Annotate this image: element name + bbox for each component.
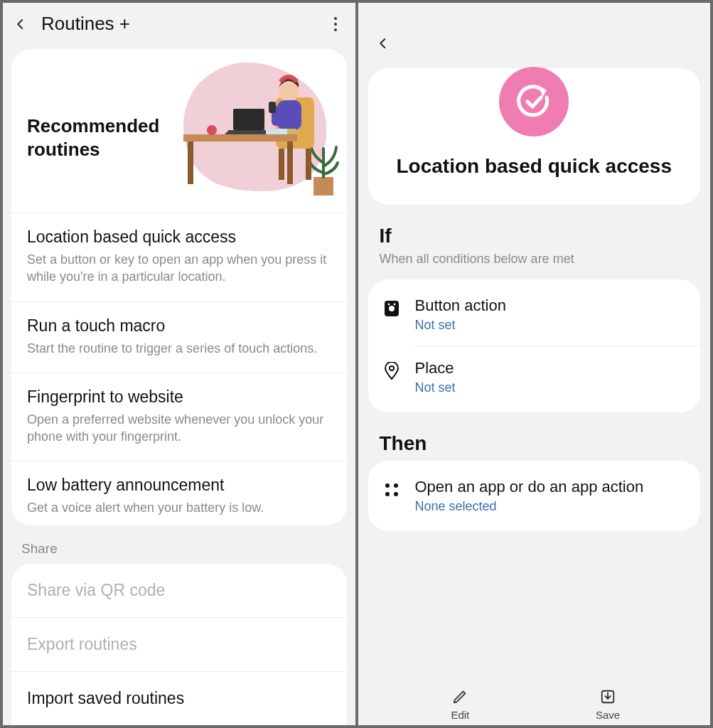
edit-label: Edit — [451, 709, 469, 721]
condition-place[interactable]: Place Not set — [414, 346, 701, 408]
condition-button-action[interactable]: Button action Not set — [368, 284, 701, 346]
then-label: Then — [358, 422, 711, 456]
svg-rect-9 — [183, 134, 297, 141]
share-via-qr[interactable]: Share via QR code — [11, 564, 347, 617]
svg-point-16 — [389, 306, 395, 311]
share-section-label: Share — [3, 531, 355, 564]
svg-rect-7 — [269, 102, 276, 113]
svg-point-17 — [387, 304, 390, 306]
condition-value: Not set — [415, 380, 685, 395]
svg-point-19 — [390, 366, 394, 370]
page-title: Routines + — [41, 13, 316, 35]
svg-point-20 — [385, 483, 390, 488]
routine-desc: Open a preferred website whenever you un… — [27, 411, 331, 446]
recommended-heading: Recommended routines — [27, 114, 169, 161]
routine-name: Low battery announcement — [27, 476, 331, 495]
routine-item-touch-macro[interactable]: Run a touch macro Start the routine to t… — [11, 301, 347, 373]
routine-detail-screen: Location based quick access If When all … — [358, 3, 711, 725]
svg-point-4 — [279, 82, 299, 102]
edit-button[interactable]: Edit — [424, 687, 495, 721]
save-button[interactable]: Save — [572, 687, 643, 721]
pencil-icon — [451, 687, 469, 706]
import-saved-routines[interactable]: Import saved routines — [11, 671, 347, 725]
detail-header — [358, 3, 711, 58]
if-subtitle: When all conditions below are met — [358, 249, 711, 275]
refresh-check-icon — [514, 82, 554, 122]
more-options-button[interactable] — [327, 16, 344, 33]
chevron-left-icon — [377, 37, 390, 50]
save-label: Save — [596, 709, 620, 721]
svg-point-21 — [394, 483, 398, 488]
svg-rect-10 — [188, 141, 193, 184]
actions-card: Open an app or do an app action None sel… — [368, 461, 701, 531]
condition-title: Button action — [415, 296, 685, 315]
routine-item-low-battery[interactable]: Low battery announcement Get a voice ale… — [11, 461, 347, 525]
svg-point-22 — [385, 492, 390, 496]
svg-rect-12 — [233, 109, 264, 130]
back-button[interactable] — [11, 15, 30, 33]
if-label: If — [358, 215, 711, 249]
svg-rect-11 — [287, 141, 293, 184]
svg-rect-0 — [313, 177, 333, 196]
apps-grid-icon — [381, 479, 402, 500]
routines-list-screen: Routines + Recommended routines — [3, 3, 355, 725]
action-title: Open an app or do an app action — [415, 478, 685, 496]
svg-rect-2 — [279, 149, 284, 180]
routine-hero-icon — [499, 67, 569, 136]
routine-title: Location based quick access — [382, 155, 687, 178]
recommended-card: Recommended routines — [11, 49, 347, 525]
bottom-action-bar: Edit Save — [358, 682, 711, 722]
app-header: Routines + — [3, 3, 355, 45]
export-routines[interactable]: Export routines — [11, 617, 347, 671]
conditions-card: Button action Not set Place Not set — [368, 279, 701, 412]
routine-item-fingerprint-website[interactable]: Fingerprint to website Open a preferred … — [11, 373, 347, 461]
recommended-header: Recommended routines — [11, 49, 347, 213]
routine-name: Run a touch macro — [27, 316, 331, 336]
illustration-person-at-desk — [169, 56, 347, 205]
button-action-icon — [381, 298, 402, 319]
chevron-left-icon — [14, 18, 27, 31]
routine-item-location-quick-access[interactable]: Location based quick access Set a button… — [11, 213, 347, 301]
routine-desc: Start the routine to trigger a series of… — [27, 340, 331, 357]
action-value: None selected — [415, 499, 685, 514]
svg-rect-3 — [306, 149, 311, 180]
svg-rect-5 — [277, 100, 301, 130]
routine-name: Fingerprint to website — [27, 387, 331, 407]
svg-point-13 — [207, 125, 217, 135]
routine-desc: Get a voice alert when your battery is l… — [27, 499, 331, 516]
share-card: Share via QR code Export routines Import… — [11, 564, 347, 725]
condition-title: Place — [415, 359, 685, 378]
svg-point-18 — [393, 304, 395, 306]
svg-point-23 — [394, 492, 398, 496]
svg-rect-14 — [266, 129, 287, 134]
routine-name: Location based quick access — [27, 228, 331, 247]
routine-desc: Set a button or key to open an app when … — [27, 251, 331, 286]
place-icon — [381, 360, 402, 382]
download-icon — [599, 687, 617, 706]
condition-value: Not set — [415, 318, 685, 333]
routine-hero: Location based quick access — [368, 68, 701, 205]
action-open-app[interactable]: Open an app or do an app action None sel… — [368, 465, 701, 527]
back-button[interactable] — [374, 34, 392, 53]
